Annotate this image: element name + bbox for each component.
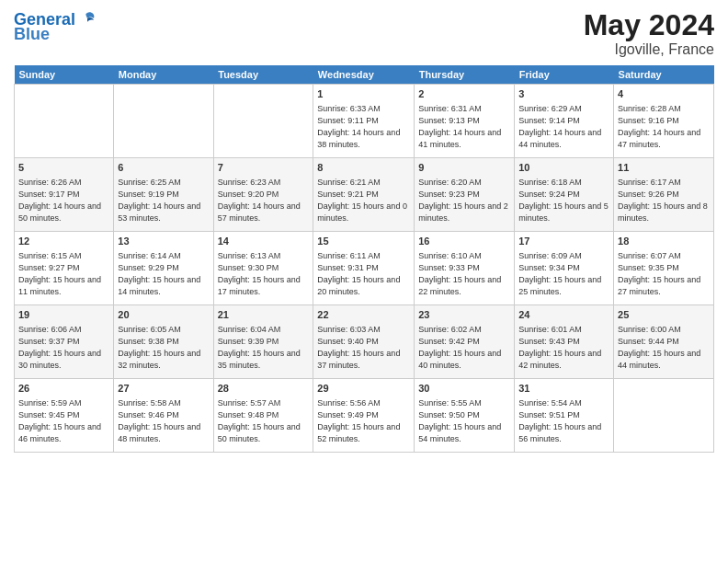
calendar-cell: 9Sunrise: 6:20 AM Sunset: 9:23 PM Daylig…	[415, 158, 515, 232]
calendar-cell: 10Sunrise: 6:18 AM Sunset: 9:24 PM Dayli…	[515, 158, 614, 232]
day-info: Sunrise: 5:58 AM Sunset: 9:46 PM Dayligh…	[118, 397, 209, 445]
col-wednesday: Wednesday	[313, 65, 415, 85]
col-friday: Friday	[515, 65, 614, 85]
calendar-cell: 21Sunrise: 6:04 AM Sunset: 9:39 PM Dayli…	[213, 305, 313, 379]
day-info: Sunrise: 6:18 AM Sunset: 9:24 PM Dayligh…	[518, 177, 609, 224]
calendar-cell: 15Sunrise: 6:11 AM Sunset: 9:31 PM Dayli…	[313, 232, 415, 305]
day-info: Sunrise: 6:00 AM Sunset: 9:44 PM Dayligh…	[618, 324, 710, 372]
day-info: Sunrise: 6:21 AM Sunset: 9:21 PM Dayligh…	[317, 177, 410, 224]
day-info: Sunrise: 6:28 AM Sunset: 9:16 PM Dayligh…	[618, 103, 710, 151]
day-info: Sunrise: 6:05 AM Sunset: 9:38 PM Dayligh…	[118, 324, 209, 372]
day-number: 5	[18, 161, 109, 175]
day-info: Sunrise: 6:02 AM Sunset: 9:42 PM Dayligh…	[418, 324, 510, 372]
day-info: Sunrise: 6:31 AM Sunset: 9:13 PM Dayligh…	[418, 103, 510, 151]
day-number: 17	[518, 235, 609, 248]
calendar-cell	[114, 85, 213, 158]
day-info: Sunrise: 6:01 AM Sunset: 9:43 PM Dayligh…	[518, 324, 609, 372]
day-info: Sunrise: 6:20 AM Sunset: 9:23 PM Dayligh…	[418, 177, 510, 224]
calendar-page: General Blue May 2024 Igoville, France S…	[0, 0, 728, 563]
day-info: Sunrise: 5:55 AM Sunset: 9:50 PM Dayligh…	[418, 397, 510, 445]
day-info: Sunrise: 6:03 AM Sunset: 9:40 PM Dayligh…	[317, 324, 410, 372]
calendar-cell: 2Sunrise: 6:31 AM Sunset: 9:13 PM Daylig…	[415, 85, 515, 158]
day-info: Sunrise: 6:13 AM Sunset: 9:30 PM Dayligh…	[218, 250, 310, 298]
day-number: 7	[218, 161, 310, 175]
title-block: May 2024 Igoville, France	[584, 9, 714, 58]
day-number: 27	[118, 382, 209, 396]
calendar-cell	[213, 85, 313, 158]
calendar-cell: 26Sunrise: 5:59 AM Sunset: 9:45 PM Dayli…	[15, 379, 114, 453]
calendar-week-1: 1Sunrise: 6:33 AM Sunset: 9:11 PM Daylig…	[15, 85, 714, 158]
day-number: 18	[618, 235, 710, 248]
calendar-cell: 27Sunrise: 5:58 AM Sunset: 9:46 PM Dayli…	[114, 379, 213, 453]
calendar-cell: 11Sunrise: 6:17 AM Sunset: 9:26 PM Dayli…	[614, 158, 714, 232]
calendar-cell: 31Sunrise: 5:54 AM Sunset: 9:51 PM Dayli…	[515, 379, 614, 453]
calendar-week-4: 19Sunrise: 6:06 AM Sunset: 9:37 PM Dayli…	[15, 305, 714, 379]
month-year: May 2024	[584, 9, 714, 41]
col-thursday: Thursday	[415, 65, 515, 85]
calendar-week-3: 12Sunrise: 6:15 AM Sunset: 9:27 PM Dayli…	[15, 232, 714, 305]
day-number: 30	[418, 382, 510, 396]
day-number: 14	[218, 235, 310, 248]
col-tuesday: Tuesday	[213, 65, 313, 85]
calendar-cell: 17Sunrise: 6:09 AM Sunset: 9:34 PM Dayli…	[515, 232, 614, 305]
day-number: 12	[18, 235, 109, 248]
day-info: Sunrise: 6:15 AM Sunset: 9:27 PM Dayligh…	[18, 250, 109, 298]
day-number: 28	[218, 382, 310, 396]
day-number: 3	[518, 87, 609, 101]
day-number: 13	[118, 235, 209, 248]
calendar-cell: 16Sunrise: 6:10 AM Sunset: 9:33 PM Dayli…	[415, 232, 515, 305]
day-info: Sunrise: 6:07 AM Sunset: 9:35 PM Dayligh…	[618, 250, 710, 298]
day-info: Sunrise: 6:17 AM Sunset: 9:26 PM Dayligh…	[618, 177, 710, 224]
day-number: 24	[518, 308, 609, 322]
calendar-week-5: 26Sunrise: 5:59 AM Sunset: 9:45 PM Dayli…	[15, 379, 714, 453]
calendar-week-2: 5Sunrise: 6:26 AM Sunset: 9:17 PM Daylig…	[15, 158, 714, 232]
calendar-cell: 8Sunrise: 6:21 AM Sunset: 9:21 PM Daylig…	[313, 158, 415, 232]
calendar-cell: 6Sunrise: 6:25 AM Sunset: 9:19 PM Daylig…	[114, 158, 213, 232]
calendar-cell: 20Sunrise: 6:05 AM Sunset: 9:38 PM Dayli…	[114, 305, 213, 379]
calendar-cell: 22Sunrise: 6:03 AM Sunset: 9:40 PM Dayli…	[313, 305, 415, 379]
calendar-cell	[15, 85, 114, 158]
day-number: 2	[418, 87, 510, 101]
day-number: 4	[618, 87, 710, 101]
day-number: 23	[418, 308, 510, 322]
header: General Blue May 2024 Igoville, France	[14, 9, 714, 58]
calendar-cell: 13Sunrise: 6:14 AM Sunset: 9:29 PM Dayli…	[114, 232, 213, 305]
day-number: 6	[118, 161, 209, 175]
calendar-cell: 3Sunrise: 6:29 AM Sunset: 9:14 PM Daylig…	[515, 85, 614, 158]
day-info: Sunrise: 6:29 AM Sunset: 9:14 PM Dayligh…	[518, 103, 609, 151]
calendar-cell: 7Sunrise: 6:23 AM Sunset: 9:20 PM Daylig…	[213, 158, 313, 232]
calendar-cell: 29Sunrise: 5:56 AM Sunset: 9:49 PM Dayli…	[313, 379, 415, 453]
day-number: 15	[317, 235, 410, 248]
day-info: Sunrise: 6:26 AM Sunset: 9:17 PM Dayligh…	[18, 177, 109, 224]
calendar-cell: 28Sunrise: 5:57 AM Sunset: 9:48 PM Dayli…	[213, 379, 313, 453]
day-number: 21	[218, 308, 310, 322]
location: Igoville, France	[584, 41, 714, 58]
calendar-cell: 30Sunrise: 5:55 AM Sunset: 9:50 PM Dayli…	[415, 379, 515, 453]
calendar-cell: 14Sunrise: 6:13 AM Sunset: 9:30 PM Dayli…	[213, 232, 313, 305]
day-number: 20	[118, 308, 209, 322]
day-info: Sunrise: 6:33 AM Sunset: 9:11 PM Dayligh…	[317, 103, 410, 151]
day-info: Sunrise: 5:54 AM Sunset: 9:51 PM Dayligh…	[518, 397, 609, 445]
calendar-cell: 19Sunrise: 6:06 AM Sunset: 9:37 PM Dayli…	[15, 305, 114, 379]
col-saturday: Saturday	[614, 65, 714, 85]
day-info: Sunrise: 6:06 AM Sunset: 9:37 PM Dayligh…	[18, 324, 109, 372]
day-info: Sunrise: 6:25 AM Sunset: 9:19 PM Dayligh…	[118, 177, 209, 224]
day-info: Sunrise: 6:10 AM Sunset: 9:33 PM Dayligh…	[418, 250, 510, 298]
day-info: Sunrise: 6:11 AM Sunset: 9:31 PM Dayligh…	[317, 250, 410, 298]
calendar-cell	[614, 379, 714, 453]
day-number: 9	[418, 161, 510, 175]
calendar-cell: 18Sunrise: 6:07 AM Sunset: 9:35 PM Dayli…	[614, 232, 714, 305]
day-number: 19	[18, 308, 109, 322]
day-number: 8	[317, 161, 410, 175]
day-number: 22	[317, 308, 410, 322]
logo-bird-icon	[77, 9, 97, 29]
calendar-cell: 25Sunrise: 6:00 AM Sunset: 9:44 PM Dayli…	[614, 305, 714, 379]
day-info: Sunrise: 5:56 AM Sunset: 9:49 PM Dayligh…	[317, 397, 410, 445]
day-info: Sunrise: 6:14 AM Sunset: 9:29 PM Dayligh…	[118, 250, 209, 298]
day-number: 16	[418, 235, 510, 248]
day-info: Sunrise: 6:04 AM Sunset: 9:39 PM Dayligh…	[218, 324, 310, 372]
day-number: 11	[618, 161, 710, 175]
calendar-cell: 24Sunrise: 6:01 AM Sunset: 9:43 PM Dayli…	[515, 305, 614, 379]
col-monday: Monday	[114, 65, 213, 85]
logo: General Blue	[14, 9, 97, 42]
